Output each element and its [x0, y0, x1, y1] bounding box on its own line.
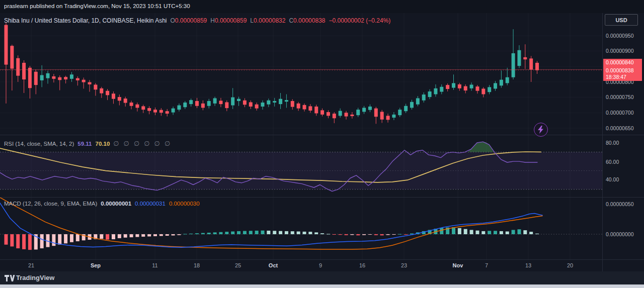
axis-label: 0.00000650	[606, 125, 633, 131]
rsi-label[interactable]: RSI (14, close, SMA, 14, 2)	[4, 141, 74, 147]
axis-label: 0.00000900	[606, 48, 633, 54]
axis-label: 80.00	[606, 140, 619, 146]
time-label: 13	[525, 262, 531, 268]
lightning-icon	[537, 126, 544, 134]
macd-hist-value: 0.00000001	[101, 201, 131, 207]
ohlc-close: C0.00000838	[289, 16, 325, 25]
time-label: Oct	[269, 262, 278, 268]
quick-trade-button[interactable]	[534, 123, 548, 137]
ohlc-open: O0.00000859	[170, 16, 207, 25]
time-label: 9	[319, 262, 322, 268]
alert-price-label[interactable]: 0.00000840	[603, 59, 642, 67]
time-label: 18	[194, 262, 200, 268]
empty-indicator-slot: ∅	[144, 140, 149, 147]
axis-label: 40.00	[606, 176, 619, 182]
currency-toggle-button[interactable]: USD	[605, 14, 638, 26]
countdown-timer: 18:38:47	[606, 74, 642, 80]
macd-label[interactable]: MACD (12, 26, close, 9, EMA, EMA)	[4, 201, 97, 207]
empty-indicator-slot: ∅	[124, 140, 129, 147]
time-label: 11	[152, 262, 157, 268]
time-label: Nov	[453, 262, 463, 268]
brand-name[interactable]: TradingView	[16, 274, 54, 281]
empty-indicator-slot: ∅	[134, 140, 139, 147]
last-price-value: 0.00000838	[606, 67, 642, 74]
tradingview-logo-icon[interactable]	[5, 274, 15, 282]
axis-label: 60.00	[606, 159, 619, 165]
macd-signal-value: 0.00000030	[169, 201, 200, 207]
axis-label: 0.00000000	[606, 231, 633, 237]
time-label: 16	[359, 262, 365, 268]
time-label: 25	[235, 262, 241, 268]
time-label: 7	[485, 262, 488, 268]
rsi-empty-slots: ∅∅∅∅∅∅	[113, 139, 175, 148]
time-label: 21	[28, 262, 34, 268]
symbol-legend: Shiba Inu / United States Dollar, 1D, CO…	[4, 16, 390, 25]
time-label: 23	[401, 262, 407, 268]
empty-indicator-slot: ∅	[154, 140, 160, 147]
empty-indicator-slot: ∅	[113, 140, 119, 147]
bottom-strip	[0, 284, 644, 288]
footer-bar: TradingView	[0, 271, 644, 284]
time-label: Sep	[91, 262, 101, 268]
time-label: 20	[567, 262, 573, 268]
ohlc-change: −0.00000002 (−0.24%)	[329, 17, 390, 24]
axis-label: 0.00000050	[606, 201, 633, 207]
last-price-label: 0.00000838 18:38:47	[603, 67, 642, 81]
axis-label: 0.00000700	[606, 110, 633, 116]
rsi-value: 59.11	[77, 141, 92, 147]
macd-legend: MACD (12, 26, close, 9, EMA, EMA) 0.0000…	[4, 201, 200, 207]
ohlc-low: L0.00000832	[250, 16, 285, 25]
empty-indicator-slot: ∅	[165, 140, 170, 147]
ohlc-high: H0.00000859	[210, 16, 247, 25]
macd-line-value: 0.00000031	[135, 201, 166, 207]
symbol-title[interactable]: Shiba Inu / United States Dollar, 1D, CO…	[4, 17, 167, 24]
axis-label: 0.00000950	[606, 33, 633, 39]
rsi-legend: RSI (14, close, SMA, 14, 2) 59.11 70.10 …	[4, 139, 175, 148]
axis-label: 0.00000750	[606, 94, 633, 100]
rsi-ma-value: 70.10	[96, 141, 110, 147]
tradingview-snapshot: praslearn published on TradingView.com, …	[0, 0, 644, 288]
